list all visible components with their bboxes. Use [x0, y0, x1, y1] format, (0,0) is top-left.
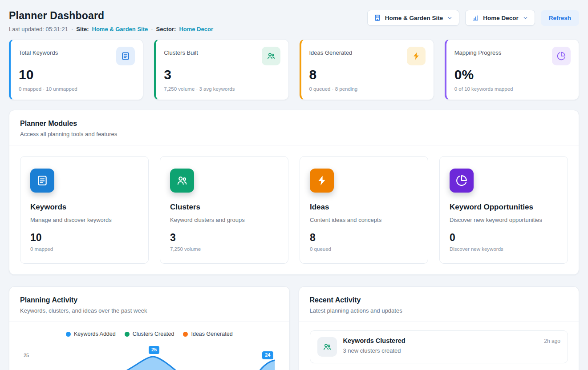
stat-card-mapping-progress: Mapping Progress 0% 0 of 10 keywords map… [445, 39, 579, 100]
legend-label: Keywords Added [74, 331, 116, 337]
module-description: Manage and discover keywords [30, 217, 138, 223]
stat-value: 8 [309, 67, 426, 82]
stat-label: Ideas Generated [309, 47, 353, 56]
page-title: Planner Dashboard [9, 10, 213, 22]
users-icon [317, 337, 337, 357]
header-left: Planner Dashboard Last updated: 05:31:21… [9, 10, 213, 32]
panel-header: Recent Activity Latest planning actions … [299, 287, 579, 322]
data-point-label: 25 [149, 346, 159, 354]
users-icon [262, 47, 280, 65]
module-value: 8 [310, 232, 418, 244]
panel-subtitle: Access all planning tools and features [20, 131, 568, 137]
last-updated-text: Last updated: 05:31:21 [9, 26, 68, 32]
stat-value: 3 [164, 67, 280, 82]
stat-value: 10 [19, 67, 135, 82]
stat-card-clusters-built: Clusters Built 3 7,250 volume · 3 avg ke… [154, 39, 288, 100]
stat-caption: 0 mapped · 10 unmapped [19, 86, 135, 92]
panel-header: Planner Modules Access all planning tool… [9, 110, 579, 145]
recent-activity-panel: Recent Activity Latest planning actions … [299, 286, 580, 370]
activity-timestamp: 2h ago [544, 338, 560, 344]
stat-card-top: Total Keywords [19, 47, 135, 65]
separator-dot: · [71, 26, 73, 32]
page-header: Planner Dashboard Last updated: 05:31:21… [9, 10, 579, 32]
activity-description: 3 new clusters created [343, 347, 561, 354]
planner-modules-panel: Planner Modules Access all planning tool… [9, 110, 579, 275]
modules-grid: Keywords Manage and discover keywords 10… [9, 145, 579, 274]
panel-title: Recent Activity [310, 296, 568, 304]
module-card-ideas[interactable]: Ideas Content ideas and concepts 8 0 que… [300, 156, 428, 264]
sector-label: Sector: [156, 26, 176, 32]
stat-label: Mapping Progress [454, 47, 502, 56]
separator-dot: · [151, 26, 153, 32]
legend-item-ideas-generated: Ideas Generated [183, 331, 232, 337]
activity-item-head: Keywords Clustered 2h ago [343, 337, 561, 344]
module-title: Keywords [30, 203, 138, 212]
area-series-keywords-added [36, 352, 275, 370]
pie-chart-icon [450, 169, 474, 193]
module-caption: 7,250 volume [170, 246, 278, 252]
stat-caption: 7,250 volume · 3 avg keywords [164, 86, 280, 92]
bottom-row: Planning Activity Keywords, clusters, an… [9, 286, 579, 370]
stat-value: 0% [454, 67, 571, 82]
planning-activity-chart: 25 25 24 [20, 344, 279, 370]
legend-label: Ideas Generated [191, 331, 232, 337]
pie-chart-icon [552, 47, 571, 65]
activity-item-keywords-clustered: Keywords Clustered 2h ago 3 new clusters… [310, 330, 568, 363]
chevron-down-icon [523, 15, 528, 21]
legend-item-clusters-created: Clusters Created [125, 331, 174, 337]
stat-card-total-keywords: Total Keywords 10 0 mapped · 10 unmapped [9, 39, 143, 100]
module-value: 0 [450, 232, 558, 244]
activity-item-body: Keywords Clustered 2h ago 3 new clusters… [343, 337, 561, 354]
site-label: Site: [76, 26, 89, 32]
legend-dot-blue [66, 332, 71, 337]
header-actions: Home & Garden Site Home Decor Refresh [367, 10, 579, 26]
stat-label: Total Keywords [19, 47, 58, 56]
refresh-button[interactable]: Refresh [541, 10, 579, 26]
module-title: Keyword Opportunities [450, 203, 558, 212]
activity-title: Keywords Clustered [343, 337, 406, 344]
stat-card-top: Ideas Generated [309, 47, 426, 65]
legend-dot-green [125, 332, 130, 337]
sector-selector-dropdown[interactable]: Home Decor [465, 10, 535, 26]
site-selector-label: Home & Garden Site [385, 15, 443, 21]
stat-card-ideas-generated: Ideas Generated 8 0 queued · 8 pending [300, 39, 434, 100]
stat-card-top: Mapping Progress [454, 47, 571, 65]
module-description: Content ideas and concepts [310, 217, 418, 223]
legend-label: Clusters Created [133, 331, 174, 337]
legend-item-keywords-added: Keywords Added [66, 331, 116, 337]
planner-dashboard-page: Planner Dashboard Last updated: 05:31:21… [0, 0, 588, 370]
sector-link[interactable]: Home Decor [179, 26, 213, 32]
document-icon [30, 169, 54, 193]
stat-label: Clusters Built [164, 47, 198, 56]
module-title: Clusters [170, 203, 278, 212]
module-card-keyword-opportunities[interactable]: Keyword Opportunities Discover new keywo… [439, 156, 568, 264]
panel-header: Planning Activity Keywords, clusters, an… [9, 287, 289, 322]
chevron-down-icon [447, 15, 453, 21]
stats-row: Total Keywords 10 0 mapped · 10 unmapped… [9, 39, 579, 100]
bolt-icon [310, 169, 334, 193]
legend-dot-orange [183, 332, 188, 337]
module-caption: Discover new keywords [450, 246, 558, 252]
module-title: Ideas [310, 203, 418, 212]
panel-subtitle: Keywords, clusters, and ideas over the p… [20, 307, 279, 314]
module-card-clusters[interactable]: Clusters Keyword clusters and groups 3 7… [160, 156, 288, 264]
panel-title: Planning Activity [20, 296, 279, 304]
module-card-keywords[interactable]: Keywords Manage and discover keywords 10… [20, 156, 149, 264]
site-link[interactable]: Home & Garden Site [92, 26, 148, 32]
stat-caption: 0 queued · 8 pending [309, 86, 426, 92]
stat-caption: 0 of 10 keywords mapped [454, 86, 571, 92]
module-value: 10 [30, 232, 138, 244]
module-caption: 0 mapped [30, 246, 138, 252]
data-point-label: 24 [262, 351, 273, 359]
site-selector-dropdown[interactable]: Home & Garden Site [367, 10, 460, 26]
building-icon [374, 14, 381, 21]
bar-chart-icon [472, 14, 479, 21]
bolt-icon [407, 47, 426, 65]
panel-title: Planner Modules [20, 120, 568, 128]
planning-activity-panel: Planning Activity Keywords, clusters, an… [9, 286, 290, 370]
module-caption: 0 queued [310, 246, 418, 252]
chart-legend: Keywords Added Clusters Created Ideas Ge… [9, 322, 289, 337]
activity-list: Keywords Clustered 2h ago 3 new clusters… [299, 322, 579, 370]
panel-subtitle: Latest planning actions and updates [310, 307, 568, 314]
module-description: Keyword clusters and groups [170, 217, 278, 223]
